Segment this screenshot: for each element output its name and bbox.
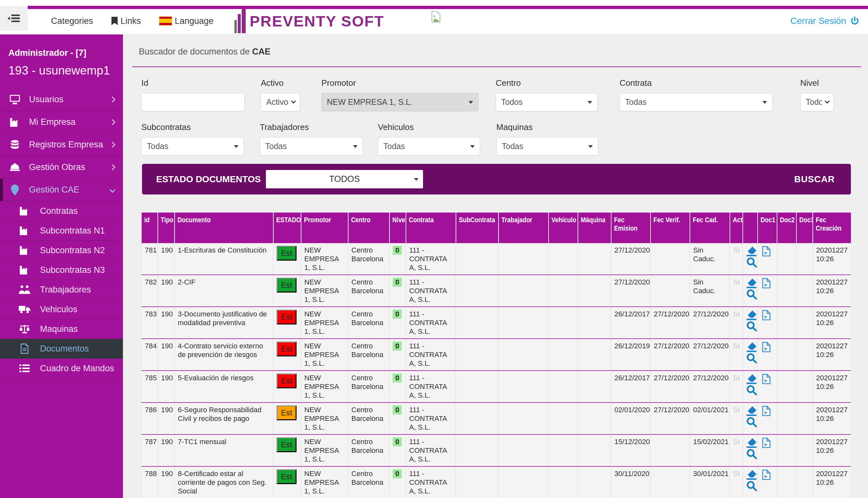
cell-fec-creacion: 20201227 10:26 xyxy=(813,275,851,307)
cell-doc1 xyxy=(757,403,777,434)
sidebar-item-subcontratas-n2[interactable]: Subcontratas N2 xyxy=(0,240,123,260)
cell-maquina xyxy=(578,243,611,275)
table-row: 7851905-Evaluación de riesgosEstNEW EMPR… xyxy=(142,371,851,403)
pdf-icon[interactable] xyxy=(761,342,772,353)
eraser-icon[interactable] xyxy=(746,342,757,353)
pdf-icon[interactable] xyxy=(761,278,772,289)
pdf-icon[interactable] xyxy=(761,374,772,384)
estado-badge[interactable]: Est xyxy=(276,405,297,420)
estado-badge[interactable]: Est xyxy=(276,342,297,356)
pdf-icon[interactable] xyxy=(761,437,772,448)
cell-documento: 1-Escrituras de Constitución xyxy=(174,243,273,275)
search-icon[interactable] xyxy=(746,289,757,300)
estado-badge[interactable]: Est xyxy=(276,469,297,484)
estado-badge[interactable]: Est xyxy=(276,310,297,325)
eraser-icon[interactable] xyxy=(746,310,757,320)
search-icon[interactable] xyxy=(746,384,757,395)
nav-item-links[interactable]: Links xyxy=(111,16,141,26)
eraser-icon[interactable] xyxy=(746,437,757,448)
sidebar-toggle-button[interactable] xyxy=(0,6,28,31)
cell-estado: Est xyxy=(273,403,301,434)
sidebar-item-maquinas[interactable]: Maquinas xyxy=(0,319,123,339)
sidebar-item-registros-empresa[interactable]: Registros Empresa xyxy=(0,133,123,156)
promotor-select[interactable]: NEW EMPRESA 1, S.L. xyxy=(321,93,479,111)
sidebar-item-contratas[interactable]: Contratas xyxy=(0,201,123,221)
trabajadores-select[interactable]: Todas xyxy=(260,137,363,156)
database-icon xyxy=(9,140,21,150)
nav-item-categories[interactable]: Categories xyxy=(51,16,93,26)
sidebar-item-cuadro-de-mandos[interactable]: Cuadro de Mandos xyxy=(0,359,123,378)
activo-select[interactable]: Activo xyxy=(261,93,300,111)
cell-nivel: 0 xyxy=(389,403,406,434)
page-title-prefix: Buscador de documentos de xyxy=(139,47,252,56)
subcontratas-select[interactable]: Todas xyxy=(141,137,244,156)
workers-icon xyxy=(18,285,31,294)
cell-doc3 xyxy=(796,339,813,371)
column-fec-cad: Fec Cad. xyxy=(690,212,730,243)
cell-fec-creacion: 20201227 10:26 xyxy=(813,467,851,498)
pdf-icon[interactable] xyxy=(761,405,772,416)
cell-doc2 xyxy=(777,275,796,307)
eraser-icon[interactable] xyxy=(746,469,757,480)
search-icon[interactable] xyxy=(746,320,757,331)
search-icon[interactable] xyxy=(746,448,757,459)
estado-badge[interactable]: Est xyxy=(276,437,297,452)
cell-doc2 xyxy=(777,339,796,371)
buscar-button[interactable]: BUSCAR xyxy=(792,174,837,185)
search-icon[interactable] xyxy=(746,480,757,491)
column-tipo: Tipo xyxy=(158,212,174,243)
pdf-icon[interactable] xyxy=(761,469,772,480)
pdf-icon[interactable] xyxy=(761,310,772,320)
sidebar-item-subcontratas-n3[interactable]: Subcontratas N3 xyxy=(0,260,123,280)
eraser-icon[interactable] xyxy=(746,246,757,257)
pdf-icon[interactable] xyxy=(761,246,772,257)
centro-select[interactable]: Todos xyxy=(496,93,598,111)
estado-documentos-select[interactable]: TODOS xyxy=(266,170,423,188)
column-col-16 xyxy=(743,212,757,243)
estado-badge[interactable]: Est xyxy=(276,278,297,292)
act-value: SI xyxy=(733,246,740,254)
cell-doc2 xyxy=(777,403,796,434)
sidebar-item-usuarios[interactable]: Usuarios xyxy=(0,88,123,111)
column-doc2: Doc2 xyxy=(777,212,796,243)
cell-vehiculo xyxy=(548,339,578,371)
cell-tipo: 190 xyxy=(158,371,174,403)
eraser-icon[interactable] xyxy=(746,374,757,384)
cell-fec-verif: 27/12/2020 xyxy=(650,371,690,403)
cell-fec-cad: 27/12/2020 xyxy=(690,371,730,403)
search-icon[interactable] xyxy=(746,416,757,427)
maquinas-select[interactable]: Todas xyxy=(496,137,598,156)
sidebar-item-gestion-obras[interactable]: Gestión Obras xyxy=(0,156,123,179)
cell-actions xyxy=(743,307,757,339)
sidebar-item-documentos[interactable]: Documentos xyxy=(0,339,123,359)
search-icon[interactable] xyxy=(746,353,757,364)
eraser-icon[interactable] xyxy=(746,405,757,416)
cell-contrata: 111 - CONTRATA A, S.L. xyxy=(406,434,456,467)
column-doc1: Doc1 xyxy=(757,212,777,243)
vehiculos-select[interactable]: Todas xyxy=(378,137,480,156)
column-act: Act xyxy=(730,212,743,243)
nivel-badge: 0 xyxy=(393,310,402,319)
column-subcontrata: SubContrata xyxy=(456,212,498,243)
sidebar-item-trabajadores[interactable]: Trabajadores xyxy=(0,280,123,300)
sidebar-item-gestion-cae[interactable]: Gestión CAE xyxy=(0,179,123,201)
admin-title: Administrador - [7] xyxy=(9,48,115,58)
nav-item-language[interactable]: Language xyxy=(159,16,213,26)
sidebar-item-subcontratas-n1[interactable]: Subcontratas N1 xyxy=(0,221,123,240)
sidebar-item-vehiculos[interactable]: Vehiculos xyxy=(0,300,123,319)
table-row: 7841904-Contrato servicio externo de pre… xyxy=(142,339,851,371)
search-icon[interactable] xyxy=(746,257,757,268)
logout-button[interactable]: Cerrar Sesión xyxy=(790,9,859,33)
estado-badge[interactable]: Est xyxy=(276,374,297,388)
cell-doc1 xyxy=(757,275,777,307)
contrata-select[interactable]: Todas xyxy=(620,93,773,111)
id-input[interactable] xyxy=(147,93,239,111)
page-title-bold: CAE xyxy=(252,47,270,56)
cell-trabajador xyxy=(498,339,548,371)
eraser-icon[interactable] xyxy=(746,278,757,289)
nivel-select[interactable]: Todo xyxy=(800,93,834,111)
estado-badge[interactable]: Est xyxy=(276,246,297,261)
app-logo[interactable]: PREVENTY SOFT xyxy=(234,9,384,33)
sidebar-item-mi-empresa[interactable]: Mi Empresa xyxy=(0,111,123,133)
cell-fec-verif xyxy=(650,243,690,275)
